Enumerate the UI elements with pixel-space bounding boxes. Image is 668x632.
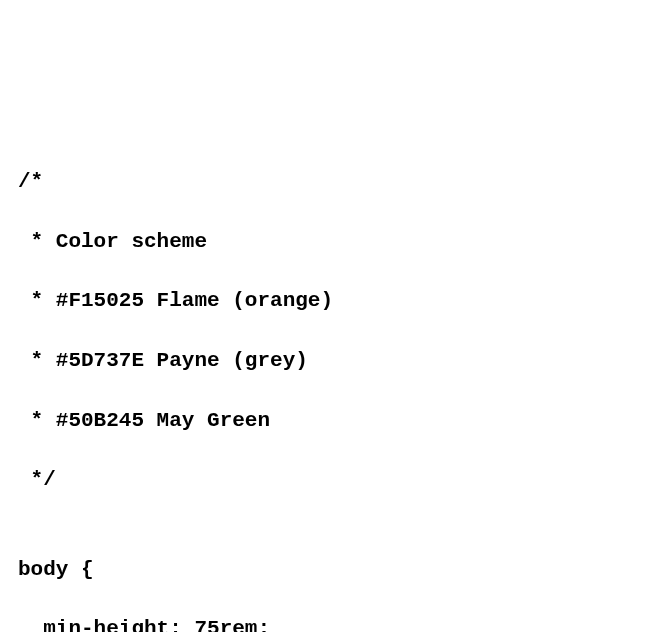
code-line: /* <box>18 167 650 197</box>
code-block: /* * Color scheme * #F15025 Flame (orang… <box>18 137 650 632</box>
code-line: * Color scheme <box>18 227 650 257</box>
code-line: * #50B245 May Green <box>18 406 650 436</box>
code-line: */ <box>18 465 650 495</box>
code-line: body { <box>18 555 650 585</box>
code-line: * #F15025 Flame (orange) <box>18 286 650 316</box>
code-line: * #5D737E Payne (grey) <box>18 346 650 376</box>
code-line: min-height: 75rem; <box>18 614 650 632</box>
